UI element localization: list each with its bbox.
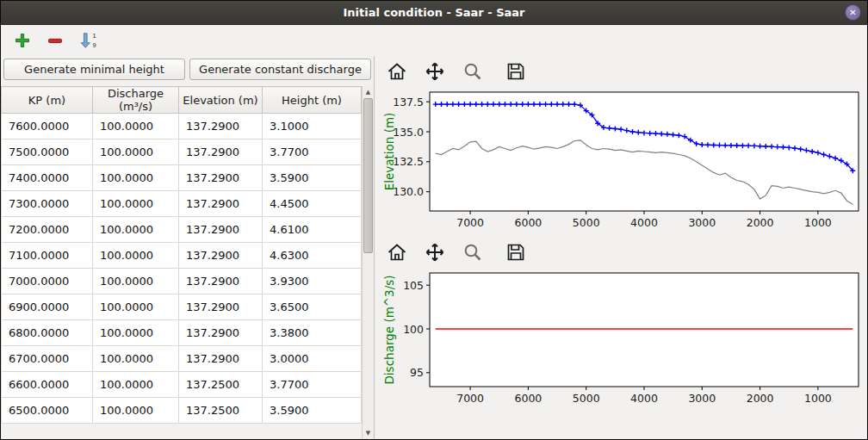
table-row: 7000.0000100.0000137.29003.9300: [2, 269, 362, 294]
svg-text:3000: 3000: [688, 392, 716, 405]
table-cell[interactable]: 3.5900: [263, 398, 362, 424]
home-icon: [387, 242, 407, 263]
table-cell[interactable]: 3.3800: [263, 320, 362, 346]
discharge-pan-button[interactable]: [423, 241, 447, 263]
table-cell[interactable]: 100.0000: [93, 114, 179, 139]
table-cell[interactable]: 137.2900: [179, 269, 263, 294]
svg-text:9: 9: [93, 41, 96, 49]
table-cell[interactable]: 6900.0000: [2, 294, 93, 320]
scrollbar-thumb[interactable]: [363, 98, 373, 253]
table-cell[interactable]: 100.0000: [93, 320, 179, 346]
table-cell[interactable]: 100.0000: [93, 217, 179, 243]
charts-panel: 7000600050004000300020001000130.0132.513…: [374, 56, 867, 439]
table-cell[interactable]: 4.4500: [263, 191, 362, 217]
table-cell[interactable]: 100.0000: [93, 139, 179, 165]
main-toolbar: 1 9: [1, 25, 867, 56]
table-cell[interactable]: 137.2900: [179, 294, 263, 320]
column-header[interactable]: Height (m): [263, 87, 362, 114]
discharge-chart[interactable]: 700060005000400030002000100095100105Disc…: [378, 266, 865, 412]
elevation-pan-button[interactable]: [423, 60, 447, 83]
svg-text:2000: 2000: [747, 216, 774, 229]
discharge-home-button[interactable]: [385, 241, 409, 263]
table-cell[interactable]: 137.2900: [179, 165, 263, 191]
table-cell[interactable]: 3.6500: [263, 294, 362, 320]
table-cell[interactable]: 137.2900: [179, 243, 263, 269]
scrollbar-down-icon[interactable]: ▼: [363, 427, 374, 439]
table-cell[interactable]: 6500.0000: [2, 398, 93, 424]
table-cell[interactable]: 137.2900: [179, 346, 263, 372]
table-cell[interactable]: 3.5900: [263, 165, 362, 191]
table-wrap: KP (m)Discharge (m³/s)Elevation (m)Heigh…: [1, 86, 374, 439]
table-cell[interactable]: 4.6300: [263, 243, 362, 269]
pan-icon: [425, 242, 445, 263]
generate-minimal-height-button[interactable]: Generate minimal height: [3, 59, 185, 80]
table-cell[interactable]: 137.2900: [179, 114, 263, 139]
column-header[interactable]: Elevation (m): [179, 87, 263, 114]
table-cell[interactable]: 3.0000: [263, 346, 362, 372]
svg-text:100: 100: [403, 323, 424, 336]
table-cell[interactable]: 137.2900: [179, 320, 263, 346]
table-cell[interactable]: 7600.0000: [2, 114, 93, 139]
minus-icon: [46, 32, 64, 49]
sort-ascending-button[interactable]: 1 9: [75, 28, 101, 53]
table-cell[interactable]: 137.2500: [179, 398, 263, 424]
table-cell[interactable]: 6700.0000: [2, 346, 93, 372]
table-cell[interactable]: 137.2900: [179, 191, 263, 217]
svg-text:7000: 7000: [456, 216, 484, 229]
close-button[interactable]: ✕: [845, 4, 861, 21]
app-window: Initial condition - Saar - Saar ✕ 1 9: [0, 0, 868, 440]
svg-text:6000: 6000: [514, 216, 542, 229]
elevation-zoom-button[interactable]: [461, 60, 485, 83]
scrollbar-track[interactable]: [363, 98, 374, 427]
scrollbar-up-icon[interactable]: ▲: [363, 86, 374, 98]
table-cell[interactable]: 3.7700: [263, 139, 362, 165]
table-cell[interactable]: 7100.0000: [2, 243, 93, 269]
generate-constant-discharge-button[interactable]: Generate constant discharge: [189, 59, 371, 80]
table-row: 6700.0000100.0000137.29003.0000: [2, 346, 362, 372]
table-cell[interactable]: 6600.0000: [2, 372, 93, 398]
elevation-save-button[interactable]: [504, 60, 528, 83]
pan-icon: [425, 61, 445, 82]
table-cell[interactable]: 100.0000: [93, 346, 179, 372]
plus-icon: [14, 32, 31, 49]
initial-condition-table: KP (m)Discharge (m³/s)Elevation (m)Heigh…: [1, 86, 362, 424]
titlebar[interactable]: Initial condition - Saar - Saar ✕: [1, 1, 867, 25]
content-area: Generate minimal height Generate constan…: [1, 56, 867, 439]
table-cell[interactable]: 100.0000: [93, 294, 179, 320]
window-title: Initial condition - Saar - Saar: [1, 6, 867, 19]
table-cell[interactable]: 137.2900: [179, 217, 263, 243]
home-icon: [387, 61, 407, 82]
table-cell[interactable]: 137.2500: [179, 372, 263, 398]
table-cell[interactable]: 3.1000: [263, 114, 362, 139]
add-row-button[interactable]: [9, 28, 35, 53]
table-row: 7200.0000100.0000137.29004.6100: [2, 217, 362, 243]
table-cell[interactable]: 7400.0000: [2, 165, 93, 191]
close-icon: ✕: [849, 8, 856, 17]
discharge-save-button[interactable]: [504, 241, 528, 263]
table-cell[interactable]: 7200.0000: [2, 217, 93, 243]
table-cell[interactable]: 100.0000: [93, 191, 179, 217]
elevation-chart[interactable]: 7000600050004000300020001000130.0132.513…: [378, 85, 865, 237]
table-scrollbar[interactable]: ▲ ▼: [362, 86, 374, 439]
table-cell[interactable]: 137.2900: [179, 139, 263, 165]
table-cell[interactable]: 3.7700: [263, 372, 362, 398]
remove-row-button[interactable]: [42, 28, 68, 53]
table-cell[interactable]: 7000.0000: [2, 269, 93, 294]
column-header[interactable]: Discharge (m³/s): [93, 87, 179, 114]
table-cell[interactable]: 100.0000: [93, 269, 179, 294]
table-cell[interactable]: 100.0000: [93, 165, 179, 191]
discharge-zoom-button[interactable]: [461, 241, 485, 263]
svg-text:135.0: 135.0: [393, 126, 424, 139]
table-cell[interactable]: 6800.0000: [2, 320, 93, 346]
elevation-home-button[interactable]: [385, 60, 409, 83]
table-cell[interactable]: 7500.0000: [2, 139, 93, 165]
column-header[interactable]: KP (m): [2, 87, 93, 114]
table-row: 7100.0000100.0000137.29004.6300: [2, 243, 362, 269]
svg-text:105: 105: [403, 279, 424, 292]
table-cell[interactable]: 4.6100: [263, 217, 362, 243]
table-cell[interactable]: 100.0000: [93, 398, 179, 424]
table-cell[interactable]: 3.9300: [263, 269, 362, 294]
table-cell[interactable]: 100.0000: [93, 243, 179, 269]
table-cell[interactable]: 100.0000: [93, 372, 179, 398]
table-cell[interactable]: 7300.0000: [2, 191, 93, 217]
